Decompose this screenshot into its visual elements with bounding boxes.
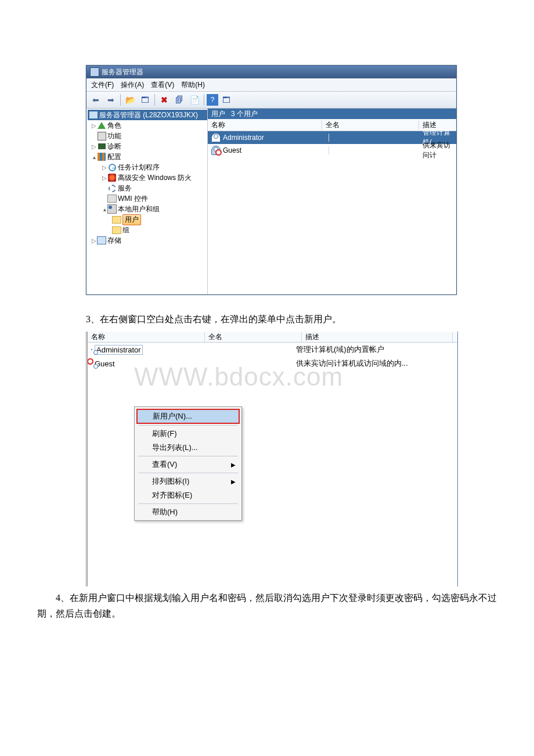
step-4-text: 4、在新用户窗口中根据规划输入用户名和密码，然后取消勾选用户下次登录时须更改密码… — [37, 590, 497, 621]
menu-action[interactable]: 操作(A) — [121, 80, 144, 90]
list-header-count: 3 个用户 — [231, 109, 258, 119]
step-3-text: 3、在右侧窗口空白处点击右键，在弹出的菜单中点击新用户。 — [86, 314, 457, 326]
ctx-arrange-icons[interactable]: 排列图标(I)▶ — [136, 474, 240, 488]
user-name: Administrator — [95, 345, 143, 355]
tree-firewall[interactable]: ▷ 高级安全 Windows 防火 — [88, 172, 207, 183]
app-icon — [90, 67, 99, 77]
user-desc: 供来宾访问计 — [423, 141, 456, 160]
context-menu[interactable]: 新用户(N)... 刷新(F) 导出列表(L)... 查看(V)▶ 排列图标(I… — [134, 406, 242, 521]
properties-icon[interactable]: 🗔 — [138, 93, 152, 107]
col-name[interactable]: 名称 — [208, 120, 322, 130]
up-icon[interactable]: 📂 — [123, 93, 137, 107]
menu-file[interactable]: 文件(F) — [91, 80, 114, 90]
users-list: 用户 3 个用户 名称 全名 描述 Administrator 管理计算机( G… — [208, 109, 456, 294]
titlebar[interactable]: 服务器管理器 — [86, 66, 456, 78]
ctx-help[interactable]: 帮助(H) — [136, 505, 240, 519]
user-name: Administrator — [223, 134, 329, 142]
tree-features[interactable]: 功能 — [88, 131, 207, 141]
list-header: 用户 3 个用户 — [208, 109, 456, 119]
user-icon — [91, 349, 92, 350]
users-list-context-screenshot: 名称 全名 描述 Administrator 管理计算机(域)的内置帐户 Gue… — [86, 332, 458, 586]
tree-roles[interactable]: ▷ 角色 — [88, 120, 207, 131]
ctx-export[interactable]: 导出列表(L)... — [136, 441, 240, 455]
server-manager-window: 服务器管理器 文件(F) 操作(A) 查看(V) 帮助(H) ⬅ ➡ 📂 🗔 ✖… — [86, 65, 457, 295]
col-fullname[interactable]: 全名 — [322, 120, 419, 130]
tree-task-scheduler[interactable]: ▷ 任务计划程序 — [88, 162, 207, 172]
tree-root[interactable]: 服务器管理器 (L28ZOX193JKX) — [88, 110, 207, 120]
tree-local-users-groups[interactable]: ▴ 本地用户和组 — [88, 204, 207, 214]
tree-wmi[interactable]: WMI 控件 — [88, 193, 207, 204]
toolbar: ⬅ ➡ 📂 🗔 ✖ 🗐 📄 ? 🗔 — [86, 92, 456, 109]
ctx-refresh[interactable]: 刷新(F) — [136, 427, 240, 441]
delete-icon[interactable]: ✖ — [157, 93, 171, 107]
tree-diagnostics[interactable]: ▷ 诊断 — [88, 141, 207, 152]
ctx-new-user[interactable]: 新用户(N)... — [136, 409, 240, 424]
user-icon — [211, 133, 221, 142]
user-icon — [211, 146, 221, 155]
menu-help[interactable]: 帮助(H) — [181, 80, 205, 90]
tree-storage[interactable]: ▷ 存储 — [88, 235, 207, 246]
export-icon[interactable]: 📄 — [187, 93, 201, 107]
window-title: 服务器管理器 — [102, 67, 143, 77]
tree-groups[interactable]: 组 — [88, 225, 207, 235]
tree-users[interactable]: 用户 — [88, 214, 207, 225]
tree-view[interactable]: 服务器管理器 (L28ZOX193JKX) ▷ 角色 功能 ▷ 诊断 ▴ 配置 — [86, 109, 208, 294]
col-fullname[interactable]: 全名 — [205, 332, 302, 342]
column-headers[interactable]: 名称 全名 描述 — [208, 119, 456, 131]
ctx-align-icons[interactable]: 对齐图标(E) — [136, 488, 240, 502]
col-description[interactable]: 描述 — [302, 332, 453, 342]
help-icon[interactable]: ? — [207, 94, 218, 106]
user-row[interactable]: Guest 供来宾访问计算机或访问域的内... — [88, 357, 457, 370]
user-desc: 管理计算机(域)的内置帐户 — [294, 344, 457, 355]
menu-bar[interactable]: 文件(F) 操作(A) 查看(V) 帮助(H) — [86, 78, 456, 92]
user-row[interactable]: Administrator 管理计算机(域)的内置帐户 — [88, 343, 457, 357]
menu-view[interactable]: 查看(V) — [151, 80, 174, 90]
user-name: Guest — [223, 146, 329, 154]
back-icon[interactable]: ⬅ — [89, 93, 103, 107]
col-name[interactable]: 名称 — [88, 332, 205, 342]
ctx-view[interactable]: 查看(V)▶ — [136, 458, 240, 471]
tree-configuration[interactable]: ▴ 配置 — [88, 152, 207, 162]
list-header-title: 用户 — [211, 109, 225, 119]
user-row[interactable]: Guest 供来宾访问计 — [208, 144, 456, 157]
column-headers[interactable]: 名称 全名 描述 — [88, 332, 457, 343]
user-row[interactable]: Administrator 管理计算机( — [208, 131, 456, 144]
refresh-icon[interactable]: 🗐 — [172, 93, 186, 107]
options-icon[interactable]: 🗔 — [219, 93, 233, 107]
user-desc: 供来宾访问计算机或访问域的内... — [294, 358, 457, 369]
forward-icon[interactable]: ➡ — [104, 93, 118, 107]
user-icon — [91, 363, 92, 364]
tree-services[interactable]: 服务 — [88, 183, 207, 193]
